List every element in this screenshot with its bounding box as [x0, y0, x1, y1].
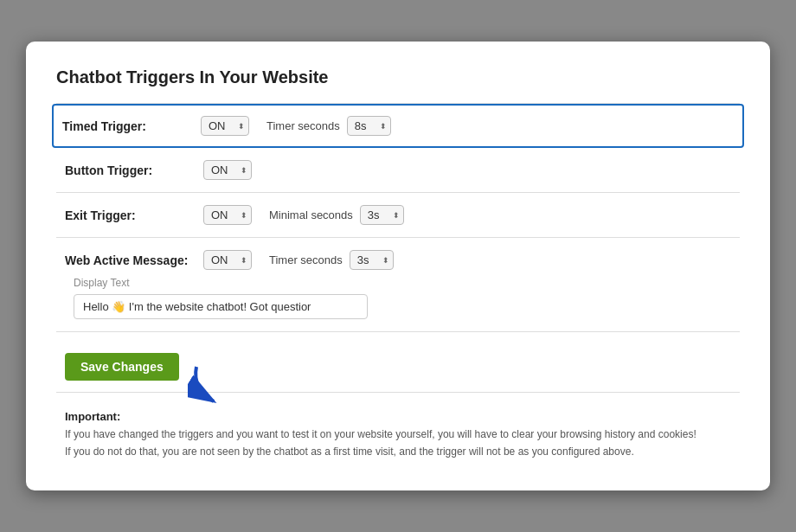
exit-trigger-status-select[interactable]: ON OFF	[203, 205, 252, 225]
save-changes-button[interactable]: Save Changes	[65, 353, 179, 381]
web-active-timer-wrapper[interactable]: 1s 2s 3s 5s 10s	[350, 250, 394, 270]
important-section: Important: If you have changed the trigg…	[56, 393, 740, 464]
web-active-timer-select[interactable]: 1s 2s 3s 5s 10s	[350, 250, 394, 270]
exit-trigger-row: Exit Trigger: ON OFF Minimal seconds 1s …	[56, 193, 740, 238]
display-text-label: Display Text	[74, 277, 731, 289]
page-title: Chatbot Triggers In Your Website	[56, 67, 740, 87]
minimal-seconds-select[interactable]: 1s 2s 3s 5s 10s	[360, 205, 404, 225]
important-line-2: If you do not do that, you are not seen …	[65, 444, 731, 460]
main-card: Chatbot Triggers In Your Website Timed T…	[26, 42, 770, 490]
web-active-timer-label: Timer seconds	[269, 253, 343, 266]
minimal-seconds-wrapper[interactable]: 1s 2s 3s 5s 10s	[360, 205, 404, 225]
timed-trigger-status-wrapper[interactable]: ON OFF	[201, 116, 249, 136]
timed-trigger-row: Timed Trigger: ON OFF Timer seconds 3s 5…	[52, 104, 744, 148]
web-active-status-select[interactable]: ON OFF	[203, 250, 252, 270]
display-text-input[interactable]	[74, 294, 368, 319]
timed-trigger-status-select[interactable]: ON OFF	[201, 116, 249, 136]
exit-trigger-label: Exit Trigger:	[65, 208, 203, 222]
minimal-seconds-label: Minimal seconds	[269, 208, 353, 221]
timed-trigger-label: Timed Trigger:	[62, 119, 201, 133]
button-trigger-status-select[interactable]: ON OFF	[203, 160, 252, 180]
save-section: Save Changes	[56, 332, 740, 393]
button-trigger-row: Button Trigger: ON OFF	[56, 148, 740, 193]
timer-seconds-wrapper[interactable]: 3s 5s 8s 10s 15s 30s	[347, 116, 391, 136]
web-active-status-wrapper[interactable]: ON OFF	[203, 250, 252, 270]
arrow-icon	[188, 358, 257, 410]
timer-seconds-label: Timer seconds	[266, 119, 340, 132]
button-trigger-status-wrapper[interactable]: ON OFF	[203, 160, 252, 180]
web-active-label: Web Active Message:	[65, 253, 203, 267]
important-title: Important:	[65, 410, 731, 423]
web-active-row: Web Active Message: ON OFF Timer seconds…	[65, 250, 731, 270]
button-trigger-label: Button Trigger:	[65, 163, 203, 177]
exit-trigger-status-wrapper[interactable]: ON OFF	[203, 205, 252, 225]
timer-seconds-select[interactable]: 3s 5s 8s 10s 15s 30s	[347, 116, 391, 136]
web-active-section: Web Active Message: ON OFF Timer seconds…	[56, 238, 740, 332]
important-line-1: If you have changed the triggers and you…	[65, 426, 731, 443]
